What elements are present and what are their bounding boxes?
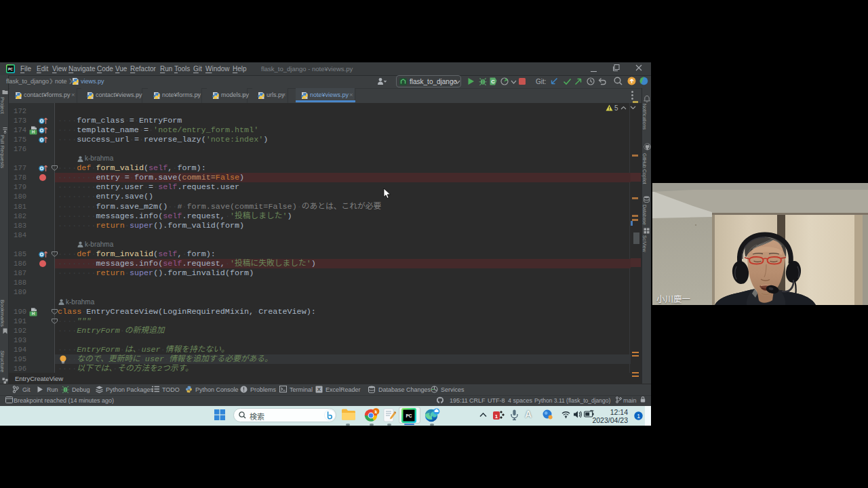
svg-text:C: C [491,79,495,85]
svg-text:PC: PC [8,67,13,71]
svg-text:1: 1 [495,413,498,420]
svg-text:k: k [375,409,378,414]
svg-text:1: 1 [637,413,640,420]
svg-text:H: H [32,311,35,316]
svg-text:X: X [317,386,321,392]
svg-text:H: H [32,129,35,134]
svg-text:PC: PC [406,413,412,418]
